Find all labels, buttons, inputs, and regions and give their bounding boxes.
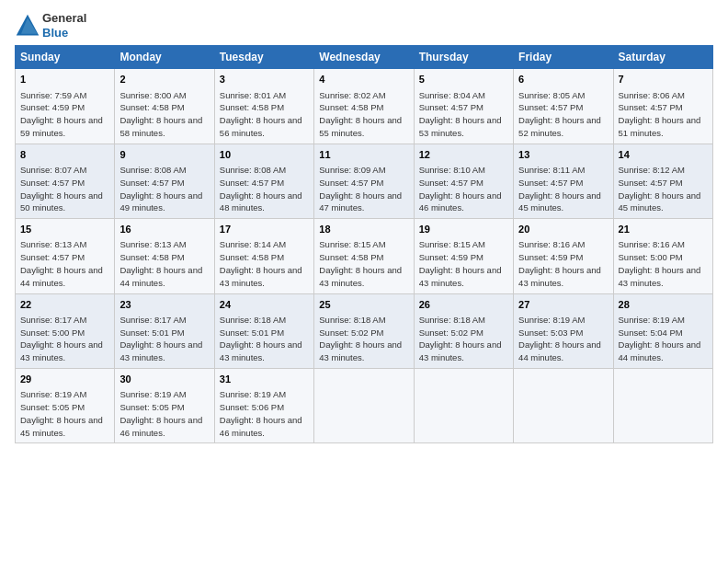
logo-icon [15,13,40,39]
header: General Blue [15,11,713,40]
calendar-week-row: 8Sunrise: 8:07 AMSunset: 4:57 PMDaylight… [16,144,713,218]
logo: General Blue [15,11,86,40]
calendar-header-row: SundayMondayTuesdayWednesdayThursdayFrid… [16,46,713,69]
day-info: Sunrise: 8:19 AMSunset: 5:03 PMDaylight:… [518,314,608,364]
header-cell-tuesday: Tuesday [214,46,313,69]
calendar-cell [414,369,513,443]
day-number: 19 [419,223,508,236]
day-info: Sunrise: 8:08 AMSunset: 4:57 PMDaylight:… [119,164,209,214]
calendar-cell: 10Sunrise: 8:08 AMSunset: 4:57 PMDayligh… [214,144,313,218]
day-number: 26 [419,298,508,312]
day-info: Sunrise: 8:19 AMSunset: 5:05 PMDaylight:… [119,388,209,439]
day-number: 30 [119,373,209,386]
calendar-cell: 2Sunrise: 8:00 AMSunset: 4:58 PMDaylight… [115,69,214,144]
day-number: 9 [119,148,209,162]
calendar-cell: 9Sunrise: 8:08 AMSunset: 4:57 PMDaylight… [115,144,214,218]
day-number: 15 [20,223,109,236]
logo-text: General Blue [42,11,86,40]
calendar-cell [613,369,712,443]
day-info: Sunrise: 8:18 AMSunset: 5:02 PMDaylight:… [419,314,508,364]
calendar-cell: 3Sunrise: 8:01 AMSunset: 4:58 PMDaylight… [214,69,313,144]
calendar-cell: 30Sunrise: 8:19 AMSunset: 5:05 PMDayligh… [115,369,214,443]
calendar-cell: 16Sunrise: 8:13 AMSunset: 4:58 PMDayligh… [115,219,214,293]
calendar-cell: 4Sunrise: 8:02 AMSunset: 4:58 PMDaylight… [314,69,414,144]
day-number: 27 [518,298,608,312]
header-cell-monday: Monday [115,46,214,69]
day-number: 16 [119,223,209,236]
calendar-cell: 6Sunrise: 8:05 AMSunset: 4:57 PMDaylight… [514,69,613,144]
day-number: 5 [419,73,508,86]
header-cell-sunday: Sunday [16,46,115,69]
day-number: 3 [220,73,309,86]
day-info: Sunrise: 8:01 AMSunset: 4:58 PMDaylight:… [220,89,309,140]
day-number: 28 [619,298,708,312]
calendar-cell: 1Sunrise: 7:59 AMSunset: 4:59 PMDaylight… [16,69,115,144]
calendar-cell: 11Sunrise: 8:09 AMSunset: 4:57 PMDayligh… [314,144,414,218]
day-number: 24 [220,298,309,312]
day-info: Sunrise: 8:04 AMSunset: 4:57 PMDaylight:… [419,89,508,140]
calendar-cell: 5Sunrise: 8:04 AMSunset: 4:57 PMDaylight… [414,69,513,144]
day-info: Sunrise: 8:09 AMSunset: 4:57 PMDaylight:… [319,164,408,214]
day-number: 4 [319,73,408,86]
day-info: Sunrise: 8:06 AMSunset: 4:57 PMDaylight:… [619,89,708,140]
day-info: Sunrise: 8:13 AMSunset: 4:57 PMDaylight:… [20,238,109,289]
header-cell-thursday: Thursday [414,46,513,69]
calendar-cell [514,369,613,443]
day-number: 29 [20,373,109,386]
day-info: Sunrise: 8:16 AMSunset: 5:00 PMDaylight:… [619,238,708,289]
day-number: 10 [220,148,309,162]
calendar-cell: 29Sunrise: 8:19 AMSunset: 5:05 PMDayligh… [16,369,115,443]
day-info: Sunrise: 8:07 AMSunset: 4:57 PMDaylight:… [20,164,109,214]
day-info: Sunrise: 8:17 AMSunset: 5:00 PMDaylight:… [20,314,109,364]
calendar-cell: 14Sunrise: 8:12 AMSunset: 4:57 PMDayligh… [613,144,712,218]
day-number: 13 [518,148,608,162]
day-number: 1 [20,73,109,86]
calendar-cell: 28Sunrise: 8:19 AMSunset: 5:04 PMDayligh… [613,293,712,368]
day-info: Sunrise: 8:14 AMSunset: 4:58 PMDaylight:… [220,238,309,289]
calendar-cell: 23Sunrise: 8:17 AMSunset: 5:01 PMDayligh… [115,293,214,368]
calendar-cell: 7Sunrise: 8:06 AMSunset: 4:57 PMDaylight… [613,69,712,144]
calendar-cell: 13Sunrise: 8:11 AMSunset: 4:57 PMDayligh… [514,144,613,218]
day-info: Sunrise: 8:18 AMSunset: 5:02 PMDaylight:… [319,314,408,364]
day-info: Sunrise: 8:08 AMSunset: 4:57 PMDaylight:… [220,164,309,214]
calendar-cell: 17Sunrise: 8:14 AMSunset: 4:58 PMDayligh… [214,219,313,293]
calendar-week-row: 15Sunrise: 8:13 AMSunset: 4:57 PMDayligh… [16,219,713,293]
day-info: Sunrise: 8:17 AMSunset: 5:01 PMDaylight:… [119,314,209,364]
calendar-cell: 22Sunrise: 8:17 AMSunset: 5:00 PMDayligh… [16,293,115,368]
day-info: Sunrise: 8:12 AMSunset: 4:57 PMDaylight:… [619,164,708,214]
day-info: Sunrise: 8:10 AMSunset: 4:57 PMDaylight:… [419,164,508,214]
day-number: 17 [220,223,309,236]
day-number: 20 [518,223,608,236]
day-number: 18 [319,223,408,236]
day-number: 8 [20,148,109,162]
calendar-cell: 15Sunrise: 8:13 AMSunset: 4:57 PMDayligh… [16,219,115,293]
calendar-week-row: 22Sunrise: 8:17 AMSunset: 5:00 PMDayligh… [16,293,713,368]
day-number: 2 [119,73,209,86]
day-info: Sunrise: 8:19 AMSunset: 5:04 PMDaylight:… [619,314,708,364]
day-number: 11 [319,148,408,162]
header-cell-friday: Friday [514,46,613,69]
header-cell-wednesday: Wednesday [314,46,414,69]
day-info: Sunrise: 8:19 AMSunset: 5:06 PMDaylight:… [220,388,309,439]
calendar-cell: 20Sunrise: 8:16 AMSunset: 4:59 PMDayligh… [514,219,613,293]
calendar-cell: 31Sunrise: 8:19 AMSunset: 5:06 PMDayligh… [214,369,313,443]
day-number: 31 [220,373,309,386]
day-info: Sunrise: 8:15 AMSunset: 4:58 PMDaylight:… [319,238,408,289]
day-number: 21 [619,223,708,236]
calendar-cell: 8Sunrise: 8:07 AMSunset: 4:57 PMDaylight… [16,144,115,218]
header-cell-saturday: Saturday [613,46,712,69]
calendar-week-row: 1Sunrise: 7:59 AMSunset: 4:59 PMDaylight… [16,69,713,144]
calendar-week-row: 29Sunrise: 8:19 AMSunset: 5:05 PMDayligh… [16,369,713,443]
day-number: 6 [518,73,608,86]
day-number: 23 [119,298,209,312]
calendar-cell: 19Sunrise: 8:15 AMSunset: 4:59 PMDayligh… [414,219,513,293]
day-info: Sunrise: 7:59 AMSunset: 4:59 PMDaylight:… [20,89,109,140]
day-number: 7 [619,73,708,86]
day-number: 25 [319,298,408,312]
day-number: 22 [20,298,109,312]
day-info: Sunrise: 8:11 AMSunset: 4:57 PMDaylight:… [518,164,608,214]
calendar-cell: 24Sunrise: 8:18 AMSunset: 5:01 PMDayligh… [214,293,313,368]
day-info: Sunrise: 8:18 AMSunset: 5:01 PMDaylight:… [220,314,309,364]
day-info: Sunrise: 8:15 AMSunset: 4:59 PMDaylight:… [419,238,508,289]
day-info: Sunrise: 8:13 AMSunset: 4:58 PMDaylight:… [119,238,209,289]
